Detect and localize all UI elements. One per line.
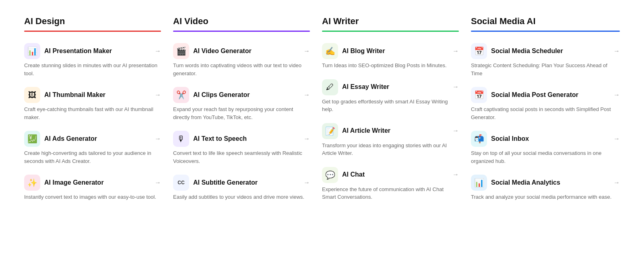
tool-arrow-ai-design-2[interactable]: → bbox=[155, 135, 161, 142]
tool-header-ai-video-0: 🎬AI Video Generator→ bbox=[173, 43, 310, 59]
tool-item-ai-design-2[interactable]: 💹AI Ads Generator→Create high-converting… bbox=[24, 131, 161, 165]
tool-name-ai-writer-1: AI Essay Writer bbox=[342, 83, 389, 91]
tool-icon-ai-design-3: ✨ bbox=[24, 175, 40, 191]
tool-icon-ai-video-1: ✂️ bbox=[173, 87, 189, 103]
tool-icon-ai-video-0: 🎬 bbox=[173, 43, 189, 59]
tool-icon-ai-video-2: 🎙 bbox=[173, 131, 189, 147]
tool-item-ai-design-3[interactable]: ✨AI Image Generator→Instantly convert te… bbox=[24, 175, 161, 201]
tool-name-row-social-media-ai-1: Social Media Post Generator→ bbox=[491, 91, 620, 99]
tool-name-social-media-ai-2: Social Inbox bbox=[491, 135, 529, 143]
tool-item-social-media-ai-1[interactable]: 📅Social Media Post Generator→Craft capti… bbox=[471, 87, 620, 121]
tool-item-social-media-ai-3[interactable]: 📊Social Media Analytics→Track and analyz… bbox=[471, 175, 620, 201]
tool-arrow-ai-video-2[interactable]: → bbox=[303, 135, 310, 142]
tool-icon-ai-writer-0: ✍️ bbox=[322, 43, 338, 59]
tool-desc-ai-design-3: Instantly convert text to images with ou… bbox=[24, 193, 161, 201]
tool-name-ai-writer-3: AI Chat bbox=[342, 171, 365, 179]
tool-icon-social-media-ai-0: 📅 bbox=[471, 43, 487, 59]
tool-icon-social-media-ai-3: 📊 bbox=[471, 175, 487, 191]
tool-desc-social-media-ai-1: Craft captivating social posts in second… bbox=[471, 105, 620, 121]
tool-name-row-social-media-ai-0: Social Media Scheduler→ bbox=[491, 47, 620, 56]
tool-arrow-ai-design-1[interactable]: → bbox=[155, 91, 161, 99]
tool-arrow-social-media-ai-1[interactable]: → bbox=[613, 91, 620, 99]
tool-arrow-ai-video-3[interactable]: → bbox=[303, 179, 310, 186]
column-divider-ai-design bbox=[24, 31, 161, 32]
tool-name-row-ai-design-2: AI Ads Generator→ bbox=[44, 135, 161, 143]
tool-name-row-ai-writer-3: AI Chat→ bbox=[342, 171, 459, 179]
tool-desc-ai-video-1: Expand your reach fast by repurposing yo… bbox=[173, 105, 310, 121]
tool-header-ai-video-1: ✂️AI Clips Generator→ bbox=[173, 87, 310, 103]
tool-item-ai-writer-0[interactable]: ✍️AI Blog Writer→Turn Ideas into SEO-opt… bbox=[322, 43, 459, 70]
column-title-ai-video: AI Video bbox=[173, 16, 310, 27]
tool-desc-ai-video-2: Convert text to life like speech seamles… bbox=[173, 149, 310, 165]
tool-name-row-ai-design-0: AI Presentation Maker→ bbox=[44, 47, 161, 56]
tool-name-row-ai-video-1: AI Clips Generator→ bbox=[193, 91, 310, 99]
tool-item-ai-writer-2[interactable]: 📝AI Article Writer→Transform your ideas … bbox=[322, 123, 459, 157]
tool-arrow-social-media-ai-3[interactable]: → bbox=[613, 179, 620, 186]
tool-header-social-media-ai-1: 📅Social Media Post Generator→ bbox=[471, 87, 620, 103]
tool-header-ai-video-3: CCAI Subtitle Generator→ bbox=[173, 175, 310, 191]
tool-item-ai-writer-3[interactable]: 💬AI Chat→Experience the future of commun… bbox=[322, 167, 459, 201]
tool-desc-ai-writer-0: Turn Ideas into SEO-optimized Blog Posts… bbox=[322, 62, 459, 70]
column-ai-video: AI Video🎬AI Video Generator→Turn words i… bbox=[173, 16, 322, 211]
tool-desc-ai-writer-1: Get top grades effortlessly with smart A… bbox=[322, 98, 459, 113]
column-title-ai-design: AI Design bbox=[24, 16, 161, 27]
tool-arrow-ai-video-0[interactable]: → bbox=[303, 47, 310, 55]
column-social-media-ai: Social Media AI📅Social Media Scheduler→S… bbox=[471, 16, 620, 211]
tool-name-social-media-ai-1: Social Media Post Generator bbox=[491, 91, 578, 99]
tool-item-ai-video-2[interactable]: 🎙AI Text to Speech→Convert text to life … bbox=[173, 131, 310, 165]
tool-name-row-ai-video-3: AI Subtitle Generator→ bbox=[193, 179, 310, 187]
tool-header-social-media-ai-0: 📅Social Media Scheduler→ bbox=[471, 43, 620, 59]
tool-name-row-ai-design-1: AI Thumbnail Maker→ bbox=[44, 91, 161, 99]
tool-item-social-media-ai-0[interactable]: 📅Social Media Scheduler→Strategic Conten… bbox=[471, 43, 620, 77]
tool-name-ai-design-2: AI Ads Generator bbox=[44, 135, 97, 143]
column-ai-writer: AI Writer✍️AI Blog Writer→Turn Ideas int… bbox=[322, 16, 471, 211]
tool-name-ai-video-1: AI Clips Generator bbox=[193, 91, 250, 99]
tool-arrow-ai-video-1[interactable]: → bbox=[303, 91, 310, 99]
tool-desc-social-media-ai-2: Stay on top of all your social media con… bbox=[471, 149, 620, 165]
tool-desc-ai-design-1: Craft eye-catching thumbnails fast with … bbox=[24, 105, 161, 121]
tool-header-ai-video-2: 🎙AI Text to Speech→ bbox=[173, 131, 310, 147]
tool-item-ai-writer-1[interactable]: 🖊AI Essay Writer→Get top grades effortle… bbox=[322, 79, 459, 113]
column-title-social-media-ai: Social Media AI bbox=[471, 16, 620, 27]
column-divider-social-media-ai bbox=[471, 31, 620, 32]
tool-arrow-ai-writer-0[interactable]: → bbox=[452, 47, 459, 55]
tool-arrow-ai-design-0[interactable]: → bbox=[155, 47, 161, 55]
tool-arrow-ai-design-3[interactable]: → bbox=[155, 179, 161, 186]
tool-desc-ai-video-0: Turn words into captivating videos with … bbox=[173, 62, 310, 77]
tool-header-ai-design-3: ✨AI Image Generator→ bbox=[24, 175, 161, 191]
column-title-ai-writer: AI Writer bbox=[322, 16, 459, 27]
tool-arrow-social-media-ai-2[interactable]: → bbox=[613, 135, 620, 142]
tool-arrow-ai-writer-3[interactable]: → bbox=[452, 171, 459, 178]
tool-desc-social-media-ai-3: Track and analyze your social media perf… bbox=[471, 193, 620, 201]
tool-item-social-media-ai-2[interactable]: 📬Social Inbox→Stay on top of all your so… bbox=[471, 131, 620, 165]
tool-name-row-ai-design-3: AI Image Generator→ bbox=[44, 179, 161, 187]
tool-header-ai-writer-1: 🖊AI Essay Writer→ bbox=[322, 79, 459, 95]
tool-header-ai-writer-2: 📝AI Article Writer→ bbox=[322, 123, 459, 139]
tool-arrow-social-media-ai-0[interactable]: → bbox=[613, 47, 620, 55]
tool-header-ai-writer-3: 💬AI Chat→ bbox=[322, 167, 459, 183]
tool-item-ai-video-0[interactable]: 🎬AI Video Generator→Turn words into capt… bbox=[173, 43, 310, 77]
tool-name-ai-writer-0: AI Blog Writer bbox=[342, 47, 385, 56]
tool-name-ai-writer-2: AI Article Writer bbox=[342, 127, 390, 135]
tool-item-ai-design-0[interactable]: 📊AI Presentation Maker→Create stunning s… bbox=[24, 43, 161, 77]
tool-icon-ai-writer-2: 📝 bbox=[322, 123, 338, 139]
tool-item-ai-design-1[interactable]: 🖼AI Thumbnail Maker→Craft eye-catching t… bbox=[24, 87, 161, 121]
tool-name-row-social-media-ai-3: Social Media Analytics→ bbox=[491, 179, 620, 187]
tool-name-ai-video-3: AI Subtitle Generator bbox=[193, 179, 258, 187]
tool-name-ai-design-3: AI Image Generator bbox=[44, 179, 104, 187]
tool-icon-ai-video-3: CC bbox=[173, 175, 189, 191]
tool-name-row-ai-video-2: AI Text to Speech→ bbox=[193, 135, 310, 143]
tool-name-ai-video-0: AI Video Generator bbox=[193, 47, 252, 56]
tool-name-row-ai-writer-0: AI Blog Writer→ bbox=[342, 47, 459, 56]
tool-desc-ai-design-2: Create high-converting ads tailored to y… bbox=[24, 149, 161, 165]
tool-item-ai-video-3[interactable]: CCAI Subtitle Generator→Easily add subti… bbox=[173, 175, 310, 201]
tool-arrow-ai-writer-2[interactable]: → bbox=[452, 127, 459, 134]
tool-arrow-ai-writer-1[interactable]: → bbox=[452, 83, 459, 91]
tool-header-social-media-ai-2: 📬Social Inbox→ bbox=[471, 131, 620, 147]
tool-desc-ai-video-3: Easily add subtitles to your videos and … bbox=[173, 193, 310, 201]
tool-icon-social-media-ai-1: 📅 bbox=[471, 87, 487, 103]
tool-icon-ai-writer-1: 🖊 bbox=[322, 79, 338, 95]
tool-desc-ai-design-0: Create stunning slides in minutes with o… bbox=[24, 62, 161, 77]
column-divider-ai-writer bbox=[322, 31, 459, 32]
tool-item-ai-video-1[interactable]: ✂️AI Clips Generator→Expand your reach f… bbox=[173, 87, 310, 121]
